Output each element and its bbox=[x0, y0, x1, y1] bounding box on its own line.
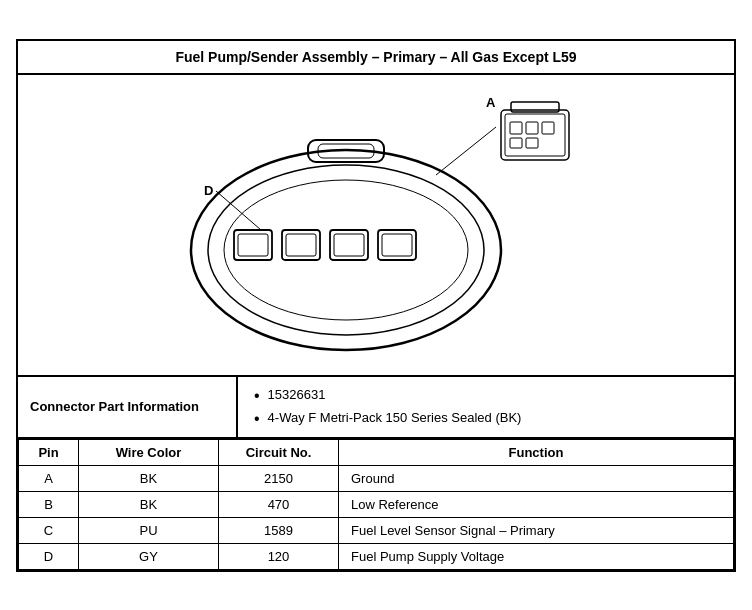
svg-rect-21 bbox=[382, 234, 412, 256]
connector-info-row: Connector Part Information • 15326631 • … bbox=[18, 377, 734, 439]
pin-table: Pin Wire Color Circuit No. Function ABK2… bbox=[18, 439, 734, 570]
cell-wire-color: BK bbox=[79, 465, 219, 491]
svg-rect-1 bbox=[501, 110, 569, 160]
cell-function: Low Reference bbox=[339, 491, 734, 517]
cell-function: Fuel Pump Supply Voltage bbox=[339, 543, 734, 569]
cell-function: Ground bbox=[339, 465, 734, 491]
connector-info-label: Connector Part Information bbox=[18, 377, 238, 437]
svg-rect-17 bbox=[286, 234, 316, 256]
svg-rect-4 bbox=[526, 122, 538, 134]
svg-rect-3 bbox=[510, 122, 522, 134]
cell-wire-color: PU bbox=[79, 517, 219, 543]
svg-text:D: D bbox=[204, 183, 213, 198]
table-row: ABK2150Ground bbox=[19, 465, 734, 491]
cell-pin: C bbox=[19, 517, 79, 543]
header-wire-color: Wire Color bbox=[79, 439, 219, 465]
table-header-row: Pin Wire Color Circuit No. Function bbox=[19, 439, 734, 465]
cell-wire-color: BK bbox=[79, 491, 219, 517]
diagram-section: A bbox=[18, 75, 734, 377]
bullet-item-1: • 15326631 bbox=[254, 387, 718, 404]
cell-pin: A bbox=[19, 465, 79, 491]
svg-point-10 bbox=[208, 165, 484, 335]
page-title: Fuel Pump/Sender Assembly – Primary – Al… bbox=[18, 41, 734, 75]
table-row: DGY120Fuel Pump Supply Voltage bbox=[19, 543, 734, 569]
connector-info-details: • 15326631 • 4-Way F Metri-Pack 150 Seri… bbox=[238, 377, 734, 437]
header-circuit-no: Circuit No. bbox=[219, 439, 339, 465]
cell-wire-color: GY bbox=[79, 543, 219, 569]
cell-function: Fuel Level Sensor Signal – Primary bbox=[339, 517, 734, 543]
svg-rect-5 bbox=[542, 122, 554, 134]
svg-rect-19 bbox=[334, 234, 364, 256]
table-row: BBK470Low Reference bbox=[19, 491, 734, 517]
svg-text:A: A bbox=[486, 95, 496, 110]
bullet-dot-1: • bbox=[254, 388, 260, 404]
cell-circuit-no: 2150 bbox=[219, 465, 339, 491]
bullet-dot-2: • bbox=[254, 411, 260, 427]
cell-circuit-no: 1589 bbox=[219, 517, 339, 543]
cell-pin: B bbox=[19, 491, 79, 517]
header-function: Function bbox=[339, 439, 734, 465]
connector-diagram: A bbox=[146, 85, 606, 365]
svg-rect-6 bbox=[510, 138, 522, 148]
svg-rect-7 bbox=[526, 138, 538, 148]
svg-line-24 bbox=[436, 127, 496, 175]
bullet-item-2: • 4-Way F Metri-Pack 150 Series Sealed (… bbox=[254, 410, 718, 427]
svg-rect-2 bbox=[505, 114, 565, 156]
main-container: Fuel Pump/Sender Assembly – Primary – Al… bbox=[16, 39, 736, 572]
table-row: CPU1589Fuel Level Sensor Signal – Primar… bbox=[19, 517, 734, 543]
cell-circuit-no: 120 bbox=[219, 543, 339, 569]
cell-pin: D bbox=[19, 543, 79, 569]
header-pin: Pin bbox=[19, 439, 79, 465]
svg-point-11 bbox=[224, 180, 468, 320]
svg-rect-15 bbox=[238, 234, 268, 256]
cell-circuit-no: 470 bbox=[219, 491, 339, 517]
